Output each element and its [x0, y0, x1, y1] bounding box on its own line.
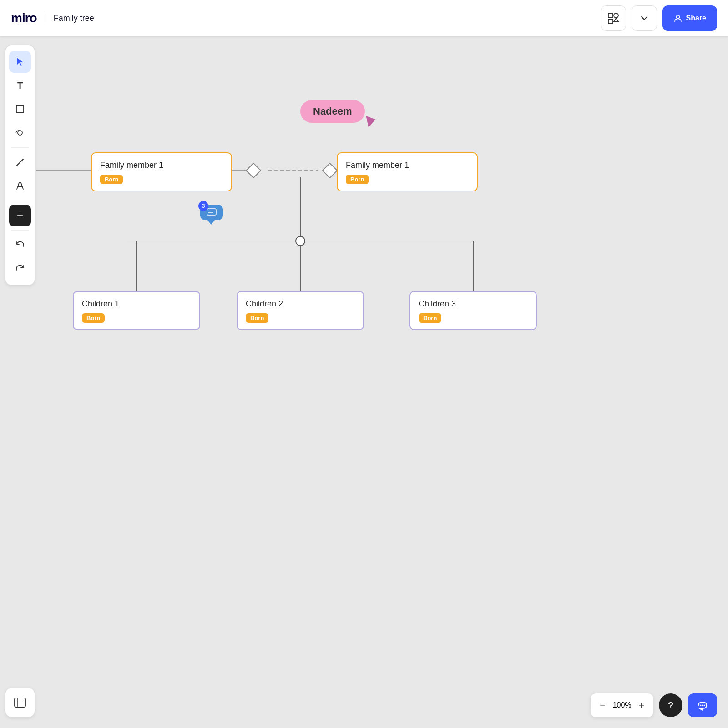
family-member-1-born: Born	[100, 175, 123, 184]
child-1-born: Born	[82, 313, 105, 323]
svg-point-3	[676, 15, 679, 19]
help-button[interactable]: ?	[659, 693, 682, 717]
sidebar-item-select[interactable]	[9, 51, 31, 73]
help-icon: ?	[668, 700, 673, 711]
zoom-minus-button[interactable]: −	[598, 699, 607, 711]
family-member-1-title: Family member 1	[100, 161, 223, 170]
logo-area: miro Family tree	[11, 11, 94, 25]
child-3-born: Born	[419, 313, 441, 323]
sidebar-item-line[interactable]	[9, 151, 31, 173]
nadeem-bubble[interactable]: Nadeem	[300, 100, 365, 123]
share-button[interactable]: Share	[662, 5, 717, 31]
board-title[interactable]: Family tree	[54, 14, 94, 23]
zoom-plus-button[interactable]: +	[637, 699, 646, 711]
header: miro Family tree Share	[0, 0, 728, 36]
sidebar-item-add[interactable]: +	[9, 205, 31, 226]
sidebar: T +	[5, 45, 35, 285]
svg-rect-20	[207, 209, 216, 215]
svg-point-5	[18, 131, 22, 135]
family-member-2-box[interactable]: Family member 1 Born	[337, 152, 478, 191]
zoom-level: 100%	[611, 701, 633, 709]
miro-logo: miro	[11, 11, 37, 25]
sidebar-item-sticky[interactable]	[9, 98, 31, 120]
svg-rect-4	[16, 105, 24, 113]
sidebar-divider-3	[11, 230, 29, 231]
header-right: Share	[601, 5, 717, 31]
svg-point-25	[700, 705, 702, 706]
family-member-1-box[interactable]: Family member 1 Born	[91, 152, 232, 191]
child-2-title: Children 2	[246, 299, 355, 309]
bottom-right: − 100% + ?	[591, 693, 717, 717]
panel-toggle-button[interactable]	[9, 692, 31, 713]
sidebar-item-font[interactable]	[9, 175, 31, 197]
diamond-left	[246, 163, 261, 178]
bottom-toolbar	[5, 688, 35, 717]
family-member-2-title: Family member 1	[346, 161, 469, 170]
nadeem-label: Nadeem	[313, 105, 352, 117]
svg-marker-19	[323, 163, 337, 178]
svg-point-27	[704, 705, 705, 706]
svg-line-6	[17, 159, 23, 166]
share-label: Share	[686, 14, 706, 22]
child-3-box[interactable]: Children 3 Born	[410, 291, 537, 330]
nadeem-arrow	[363, 116, 375, 129]
child-1-box[interactable]: Children 1 Born	[73, 291, 200, 330]
svg-point-1	[614, 13, 618, 18]
child-3-title: Children 3	[419, 299, 528, 309]
logo-divider	[45, 12, 46, 25]
sidebar-item-redo[interactable]	[9, 258, 31, 280]
svg-rect-23	[15, 698, 25, 707]
sidebar-item-shapes[interactable]	[9, 122, 31, 144]
child-2-box[interactable]: Children 2 Born	[237, 291, 364, 330]
svg-rect-0	[608, 13, 613, 18]
sidebar-item-undo[interactable]	[9, 234, 31, 256]
chevron-button[interactable]	[632, 5, 657, 31]
comment-count: 3	[198, 201, 208, 211]
child-2-born: Born	[246, 313, 268, 323]
svg-point-17	[296, 236, 305, 246]
family-member-2-born: Born	[346, 175, 369, 184]
diamond-right	[322, 163, 338, 178]
shapes-button[interactable]	[601, 5, 626, 31]
svg-point-26	[702, 705, 703, 706]
svg-rect-2	[608, 19, 613, 24]
sidebar-divider	[11, 147, 29, 148]
assist-button[interactable]	[688, 693, 717, 717]
comment-bubble[interactable]: 3	[200, 205, 223, 220]
canvas: Nadeem Family member 1 Born Family membe…	[36, 36, 728, 728]
connectors	[36, 36, 728, 728]
sidebar-item-text[interactable]: T	[9, 75, 31, 96]
child-1-title: Children 1	[82, 299, 191, 309]
zoom-control: − 100% +	[591, 693, 653, 717]
svg-marker-18	[246, 163, 261, 178]
sidebar-divider-2	[11, 201, 29, 201]
